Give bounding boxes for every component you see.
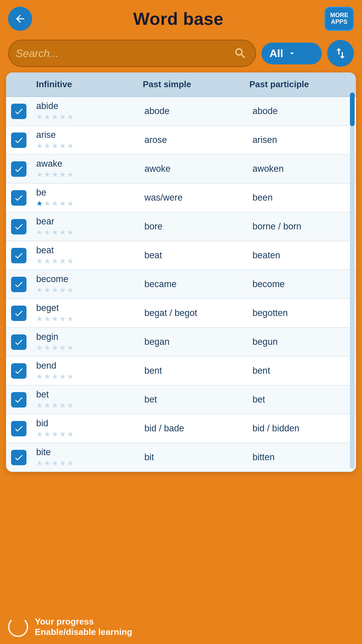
star-1[interactable]: ★ (36, 170, 43, 179)
star-5[interactable]: ★ (67, 113, 74, 121)
checkbox-icon[interactable] (11, 363, 26, 379)
checkbox-icon[interactable] (11, 392, 26, 408)
star-2[interactable]: ★ (44, 257, 51, 266)
star-4[interactable]: ★ (59, 257, 66, 266)
star-2[interactable]: ★ (44, 142, 51, 150)
row-checkbox-3[interactable] (6, 183, 32, 212)
star-4[interactable]: ★ (59, 170, 66, 179)
checkbox-icon[interactable] (11, 219, 26, 234)
sort-button[interactable] (327, 40, 354, 67)
star-4[interactable]: ★ (59, 228, 66, 237)
star-5[interactable]: ★ (67, 430, 74, 439)
back-button[interactable] (8, 7, 32, 31)
row-checkbox-8[interactable] (6, 328, 32, 356)
star-4[interactable]: ★ (59, 401, 66, 410)
checkbox-icon[interactable] (11, 277, 26, 292)
checkbox-icon[interactable] (11, 104, 26, 119)
star-1[interactable]: ★ (36, 401, 43, 410)
star-1[interactable]: ★ (36, 257, 43, 266)
more-apps-button[interactable]: MORE APPS (324, 7, 354, 31)
star-1[interactable]: ★ (36, 459, 43, 468)
star-5[interactable]: ★ (67, 199, 74, 208)
star-3[interactable]: ★ (52, 459, 58, 468)
star-1[interactable]: ★ (36, 286, 43, 294)
star-2[interactable]: ★ (44, 170, 51, 179)
star-3[interactable]: ★ (52, 113, 58, 121)
checkbox-icon[interactable] (11, 334, 26, 350)
checkbox-icon[interactable] (11, 248, 26, 263)
star-3[interactable]: ★ (52, 315, 58, 323)
row-checkbox-1[interactable] (6, 126, 32, 154)
star-4[interactable]: ★ (59, 286, 66, 294)
checkbox-icon[interactable] (11, 161, 26, 177)
scrollbar-thumb[interactable] (350, 93, 355, 126)
star-2[interactable]: ★ (44, 459, 51, 468)
star-2[interactable]: ★ (44, 401, 51, 410)
star-3[interactable]: ★ (52, 430, 58, 439)
star-3[interactable]: ★ (52, 372, 58, 381)
star-5[interactable]: ★ (67, 401, 74, 410)
row-checkbox-2[interactable] (6, 155, 32, 183)
star-4[interactable]: ★ (59, 343, 66, 352)
star-4[interactable]: ★ (59, 315, 66, 323)
star-5[interactable]: ★ (67, 286, 74, 294)
star-4[interactable]: ★ (59, 430, 66, 439)
star-2[interactable]: ★ (44, 343, 51, 352)
star-3[interactable]: ★ (52, 286, 58, 294)
star-4[interactable]: ★ (59, 372, 66, 381)
star-1[interactable]: ★ (36, 372, 43, 381)
star-3[interactable]: ★ (52, 257, 58, 266)
search-icon[interactable] (232, 45, 248, 61)
star-2[interactable]: ★ (44, 430, 51, 439)
cell-infinitive-3: be ★★★★★ (32, 183, 140, 212)
star-5[interactable]: ★ (67, 170, 74, 179)
star-1[interactable]: ★ (36, 315, 43, 323)
star-4[interactable]: ★ (59, 459, 66, 468)
filter-dropdown[interactable]: All (261, 43, 322, 64)
row-checkbox-9[interactable] (6, 357, 32, 385)
row-checkbox-11[interactable] (6, 414, 32, 443)
row-checkbox-5[interactable] (6, 241, 32, 270)
word-past-simple-12: bit (144, 452, 243, 463)
star-3[interactable]: ★ (52, 343, 58, 352)
row-checkbox-6[interactable] (6, 270, 32, 299)
star-1[interactable]: ★ (36, 142, 43, 150)
star-1[interactable]: ★ (36, 343, 43, 352)
star-1[interactable]: ★ (36, 228, 43, 237)
star-3[interactable]: ★ (52, 170, 58, 179)
search-input[interactable] (16, 47, 232, 60)
star-3[interactable]: ★ (52, 199, 58, 208)
star-2[interactable]: ★ (44, 113, 51, 121)
star-5[interactable]: ★ (67, 315, 74, 323)
star-2[interactable]: ★ (44, 315, 51, 323)
star-3[interactable]: ★ (52, 142, 58, 150)
star-3[interactable]: ★ (52, 401, 58, 410)
star-5[interactable]: ★ (67, 257, 74, 266)
star-4[interactable]: ★ (59, 113, 66, 121)
star-2[interactable]: ★ (44, 199, 51, 208)
star-5[interactable]: ★ (67, 228, 74, 237)
star-1[interactable]: ★ (36, 430, 43, 439)
checkbox-icon[interactable] (11, 190, 26, 206)
star-1[interactable]: ★ (36, 113, 43, 121)
star-4[interactable]: ★ (59, 199, 66, 208)
star-5[interactable]: ★ (67, 372, 74, 381)
checkbox-icon[interactable] (11, 421, 26, 436)
row-checkbox-7[interactable] (6, 299, 32, 327)
checkbox-icon[interactable] (11, 132, 26, 148)
checkbox-icon[interactable] (11, 450, 26, 465)
star-5[interactable]: ★ (67, 142, 74, 150)
row-checkbox-10[interactable] (6, 385, 32, 414)
star-5[interactable]: ★ (67, 343, 74, 352)
star-2[interactable]: ★ (44, 228, 51, 237)
star-5[interactable]: ★ (67, 459, 74, 468)
checkbox-icon[interactable] (11, 306, 26, 321)
row-checkbox-12[interactable] (6, 443, 32, 472)
star-4[interactable]: ★ (59, 142, 66, 150)
star-2[interactable]: ★ (44, 372, 51, 381)
star-3[interactable]: ★ (52, 228, 58, 237)
star-1[interactable]: ★ (36, 199, 43, 208)
star-2[interactable]: ★ (44, 286, 51, 294)
row-checkbox-0[interactable] (6, 97, 32, 125)
row-checkbox-4[interactable] (6, 212, 32, 241)
